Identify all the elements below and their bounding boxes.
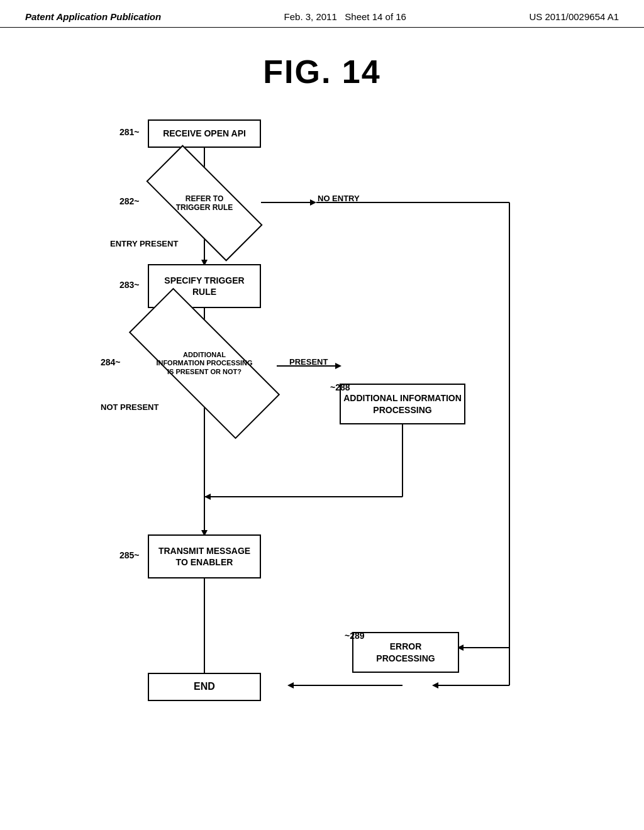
node-282: REFER TO TRIGGER RULE: [148, 177, 261, 229]
svg-marker-13: [335, 363, 341, 369]
node-289: ERROR PROCESSING: [352, 632, 459, 673]
svg-marker-9: [432, 682, 438, 689]
page-header: Patent Application Publication Feb. 3, 2…: [0, 0, 644, 28]
node-285: TRANSMIT MESSAGE TO ENABLER: [148, 534, 261, 578]
svg-marker-23: [287, 682, 294, 689]
label-284: 284~: [101, 357, 121, 367]
node-284: ADDITIONAL INFORMATION PROCESSING IS PRE…: [129, 332, 280, 395]
entry-present-label: ENTRY PRESENT: [110, 239, 178, 248]
node-288: ADDITIONAL INFORMATION PROCESSING: [340, 384, 465, 424]
label-285: 285~: [119, 550, 140, 560]
no-entry-label: NO ENTRY: [318, 194, 360, 203]
patent-number: US 2011/0029654 A1: [529, 11, 619, 22]
present-label: PRESENT: [289, 357, 328, 367]
publication-label: Patent Application Publication: [25, 11, 161, 22]
not-present-label: NOT PRESENT: [101, 402, 158, 412]
node-end: END: [148, 673, 261, 701]
label-283: 283~: [119, 280, 140, 290]
label-282: 282~: [119, 196, 140, 206]
label-281: 281~: [119, 127, 140, 137]
flowchart-arrows: [38, 82, 604, 773]
label-289: ~289: [345, 631, 365, 641]
svg-marker-16: [204, 494, 211, 500]
flowchart-diagram: RECEIVE OPEN API 281~ REFER TO TRIGGER R…: [38, 82, 604, 773]
date-label: Feb. 3, 2011 Sheet 14 of 16: [284, 11, 406, 22]
node-281: RECEIVE OPEN API: [148, 119, 261, 148]
svg-marker-5: [310, 199, 316, 206]
label-288: ~288: [330, 382, 350, 392]
